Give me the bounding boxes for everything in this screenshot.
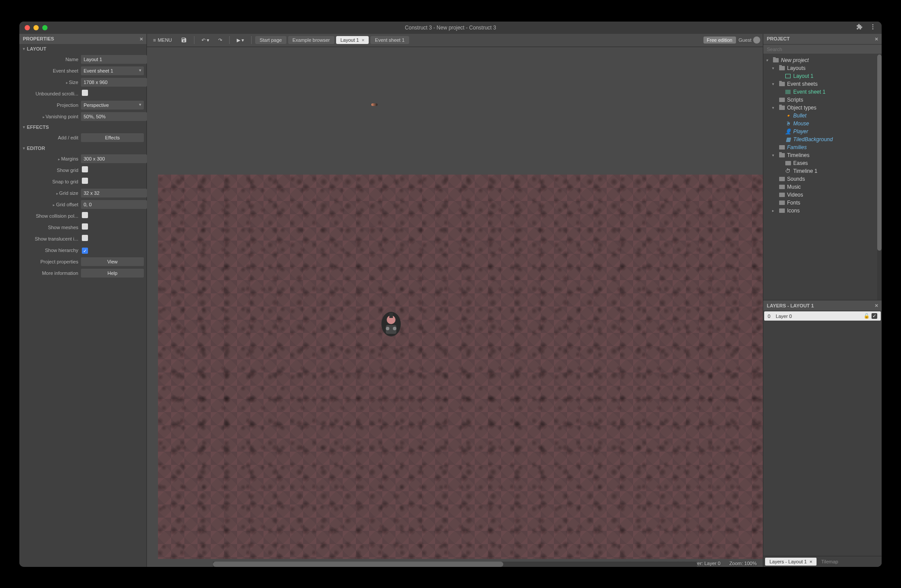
maximize-window-button[interactable] [42,25,48,30]
section-layout[interactable]: LAYOUT [19,44,147,54]
tree-timeline-1[interactable]: ⏱Timeline 1 [766,167,879,175]
play-icon[interactable]: ▶ ▾ [233,36,248,45]
projection-select[interactable]: Perspective [81,101,144,110]
hierarchy-checkbox[interactable]: ✓ [82,248,88,254]
lock-icon[interactable]: 🔓 [864,313,870,319]
undo-icon[interactable]: ↶ ▾ [198,36,213,45]
menu-button[interactable]: ≡ MENU [150,36,176,44]
tree-player[interactable]: 👤Player [766,128,879,135]
section-editor[interactable]: EDITOR [19,143,147,153]
tree-music[interactable]: Music [766,183,879,191]
unbounded-checkbox[interactable] [82,90,88,96]
svg-point-2 [872,28,874,29]
tree-timelines[interactable]: ▾Timelines [766,151,879,159]
collision-label: Show collision pol... [22,213,78,219]
view-button[interactable]: View [81,257,144,266]
tree-fonts[interactable]: Fonts [766,199,879,207]
moreinfo-label: More information [22,270,78,276]
tree-eventsheet-1[interactable]: Event sheet 1 [766,88,879,96]
gridsize-input[interactable] [81,189,147,197]
close-icon[interactable]: × [139,36,143,42]
eventsheet-label: Event sheet [22,68,78,73]
tree-families[interactable]: Families [766,143,879,151]
player-sprite[interactable] [377,307,405,341]
svg-point-0 [872,24,874,26]
extension-icon[interactable] [856,23,863,32]
tree-layout-1[interactable]: Layout 1 [766,72,879,80]
tab-layout-1[interactable]: Layout 1× [336,36,369,44]
main-toolbar: ≡ MENU ↶ ▾ ↷ ▶ ▾ Start page Example brow… [147,34,763,47]
properties-header: PROPERTIES × [19,34,147,44]
minimize-window-button[interactable] [33,25,39,30]
layers-header: LAYERS - LAYOUT 1 × [763,300,882,310]
tab-start-page[interactable]: Start page [255,36,286,44]
unbounded-label: Unbounded scrolli... [22,91,78,96]
section-effects[interactable]: EFFECTS [19,122,147,132]
more-icon[interactable] [869,23,876,32]
effects-button[interactable]: Effects [81,133,144,142]
project-tree: ▾New project ▾Layouts Layout 1 ▾Event sh… [763,55,882,216]
vanishing-input[interactable] [81,112,147,121]
tree-eases[interactable]: Eases [766,159,879,167]
name-input[interactable] [81,55,147,64]
free-edition-badge[interactable]: Free edition [703,37,736,44]
close-icon[interactable]: × [809,559,812,564]
tab-example-browser[interactable]: Example browser [288,36,334,44]
size-input[interactable] [81,78,147,87]
btab-tilemap[interactable]: Tilemap [817,558,842,566]
tree-layouts[interactable]: ▾Layouts [766,64,879,72]
size-label: ▸Size [22,80,78,85]
tree-bullet[interactable]: 🔸Bullet [766,112,879,120]
window-title: Construct 3 - New project - Construct 3 [405,25,496,31]
tab-event-sheet-1[interactable]: Event sheet 1 [370,36,409,44]
layout-canvas[interactable]: Mouse: (530, -333) Active layer: Layer 0… [147,47,763,567]
layer-row-0[interactable]: 0 Layer 0 🔓 ✓ [764,311,881,321]
visibility-icon[interactable]: ✓ [872,313,877,319]
tree-mouse[interactable]: 🖱Mouse [766,120,879,128]
help-button[interactable]: Help [81,269,144,278]
project-header: PROJECT × [763,34,882,44]
avatar-icon [753,37,760,44]
eventsheet-select[interactable]: Event sheet 1 [81,66,144,75]
btab-layers[interactable]: Layers - Layout 1× [765,558,817,566]
guest-account[interactable]: Guest [739,37,760,44]
projprops-label: Project properties [22,259,78,264]
tree-eventsheets[interactable]: ▾Event sheets [766,80,879,88]
horizontal-scrollbar[interactable] [213,562,697,567]
svg-rect-8 [389,313,393,318]
snapgrid-checkbox[interactable] [82,178,88,184]
tree-sounds[interactable]: Sounds [766,175,879,183]
tiled-background-sprite[interactable] [158,175,763,559]
margins-label: ▸Margins [22,156,78,161]
meshes-checkbox[interactable] [82,223,88,230]
close-icon[interactable]: × [362,37,364,43]
tree-videos[interactable]: Videos [766,191,879,199]
svg-point-6 [386,327,389,330]
projection-label: Projection [22,102,78,108]
showgrid-checkbox[interactable] [82,166,88,172]
meshes-label: Show meshes [22,225,78,230]
redo-icon[interactable]: ↷ [215,36,226,45]
titlebar: Construct 3 - New project - Construct 3 [19,22,882,34]
tree-root[interactable]: ▾New project [766,56,879,64]
tree-scripts[interactable]: Scripts [766,96,879,104]
vertical-scrollbar[interactable] [877,55,882,300]
gridoffset-input[interactable] [81,200,147,209]
close-icon[interactable]: × [875,302,878,309]
bullet-sprite[interactable] [371,103,377,106]
collision-checkbox[interactable] [82,212,88,218]
margins-input[interactable] [81,154,147,163]
bottom-tabs: Layers - Layout 1× Tilemap [763,556,882,567]
tree-objtypes[interactable]: ▾Object types [766,104,879,112]
save-icon[interactable] [177,35,190,45]
translucent-checkbox[interactable] [82,235,88,241]
close-icon[interactable]: × [875,36,878,42]
tree-icons[interactable]: ▸Icons [766,207,879,215]
tree-tiledbg[interactable]: ▦TiledBackground [766,135,879,143]
search-input[interactable] [763,45,882,54]
name-label: Name [22,57,78,62]
vanishing-label: ▸Vanishing point [22,114,78,119]
app-window: Construct 3 - New project - Construct 3 … [19,22,882,567]
close-window-button[interactable] [25,25,30,30]
properties-panel: PROPERTIES × LAYOUT Name Event sheet Eve… [19,34,147,567]
